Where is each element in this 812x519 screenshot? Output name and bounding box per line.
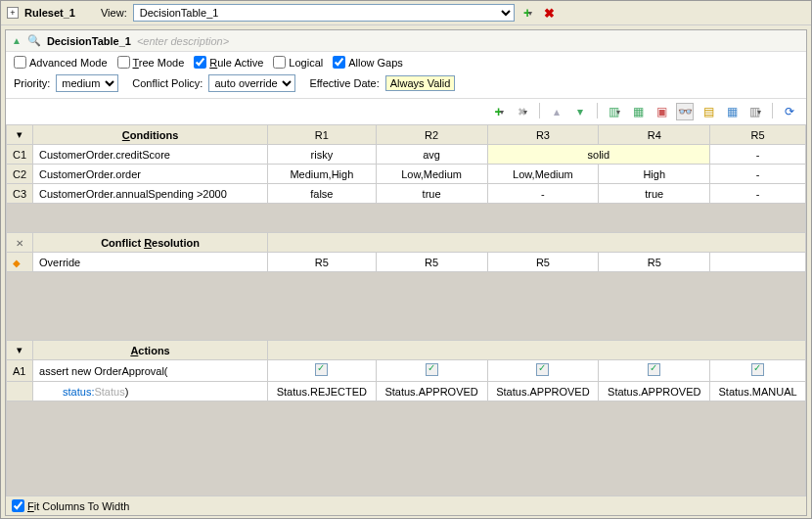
- fit-columns-checkbox[interactable]: Fit Columns To Width: [12, 499, 800, 512]
- table-row: status:Status) Status.REJECTED Status.AP…: [7, 382, 806, 401]
- action-status-label[interactable]: status:Status): [33, 382, 268, 401]
- validate-icon[interactable]: ▣: [653, 103, 670, 120]
- rule-active-checkbox[interactable]: Rule Active: [194, 56, 263, 69]
- expand-actions-button[interactable]: ▾: [7, 341, 33, 360]
- ruleset-title: Ruleset_1: [24, 7, 75, 19]
- bucket2-icon[interactable]: ▦: [629, 103, 647, 120]
- search-icon[interactable]: 🔍: [27, 34, 41, 47]
- separator: [772, 103, 773, 118]
- close-conflict-icon[interactable]: ✕: [16, 238, 23, 249]
- conflict-policy-label: Conflict Policy:: [132, 77, 203, 89]
- panel-title: DecisionTable_1: [47, 35, 131, 47]
- table-row: C3 CustomerOrder.annualSpending >2000 fa…: [7, 184, 806, 204]
- action-checkbox[interactable]: [376, 360, 487, 382]
- action-checkbox[interactable]: [487, 360, 599, 382]
- col-r3[interactable]: R3: [487, 125, 599, 145]
- action-checkbox[interactable]: [268, 360, 377, 382]
- col-r5[interactable]: R5: [710, 125, 806, 145]
- delete-rule-icon[interactable]: ✖▾: [514, 103, 531, 120]
- cells-icon[interactable]: ▤: [699, 103, 717, 120]
- delete-icon[interactable]: ✖: [542, 5, 558, 21]
- add-rule-icon[interactable]: +▾: [490, 103, 508, 120]
- effective-date-label: Effective Date:: [309, 77, 379, 89]
- priority-select[interactable]: medium: [56, 74, 118, 92]
- allow-gaps-checkbox[interactable]: Allow Gaps: [333, 56, 403, 69]
- effective-date-value[interactable]: Always Valid: [385, 75, 456, 91]
- refresh-icon[interactable]: ⟳: [781, 103, 798, 120]
- separator: [539, 103, 540, 118]
- col-r4[interactable]: R4: [599, 125, 710, 145]
- advanced-mode-checkbox[interactable]: Advanced Mode: [14, 56, 108, 69]
- col-r2[interactable]: R2: [376, 125, 487, 145]
- priority-label: Priority:: [14, 77, 50, 89]
- conditions-header: Conditions: [33, 125, 268, 145]
- table-row: C2 CustomerOrder.order Medium,High Low,M…: [7, 165, 806, 184]
- table-row: A1 assert new OrderApproval(: [7, 360, 806, 382]
- tree-mode-checkbox[interactable]: Tree Mode: [117, 56, 185, 69]
- add-icon[interactable]: +▾: [520, 5, 536, 21]
- view-select[interactable]: DecisionTable_1: [133, 4, 515, 22]
- decision-table: ▾ Conditions R1 R2 R3 R4 R5 C1 CustomerO…: [6, 124, 806, 495]
- find-gaps-icon[interactable]: 👓: [676, 103, 694, 120]
- bucket-icon[interactable]: ▥▾: [606, 103, 623, 120]
- conflict-policy-select[interactable]: auto override: [208, 74, 295, 92]
- col-r1[interactable]: R1: [268, 125, 377, 145]
- actions-header: Actions: [33, 341, 268, 360]
- override-icon: ◆: [13, 258, 21, 268]
- view-label: View:: [101, 7, 127, 19]
- action-checkbox[interactable]: [599, 360, 710, 382]
- expand-conditions-button[interactable]: ▾: [7, 125, 33, 145]
- columns-icon[interactable]: ▥▾: [746, 103, 764, 120]
- move-down-icon[interactable]: ▾: [571, 103, 589, 120]
- action-checkbox[interactable]: [710, 360, 806, 382]
- move-up-icon[interactable]: ▴: [548, 103, 565, 120]
- conflict-resolution-header: Conflict Resolution: [33, 233, 268, 253]
- table-row: C1 CustomerOrder.creditScore risky avg s…: [7, 145, 806, 165]
- table-row: ◆ Override R5 R5 R5 R5: [7, 253, 806, 272]
- collapse-icon[interactable]: ▲: [12, 35, 22, 46]
- separator: [597, 103, 598, 118]
- grid-icon[interactable]: ▦: [723, 103, 741, 120]
- expand-ruleset-button[interactable]: +: [7, 7, 19, 19]
- logical-checkbox[interactable]: Logical: [273, 56, 323, 69]
- description-field[interactable]: <enter description>: [137, 35, 229, 47]
